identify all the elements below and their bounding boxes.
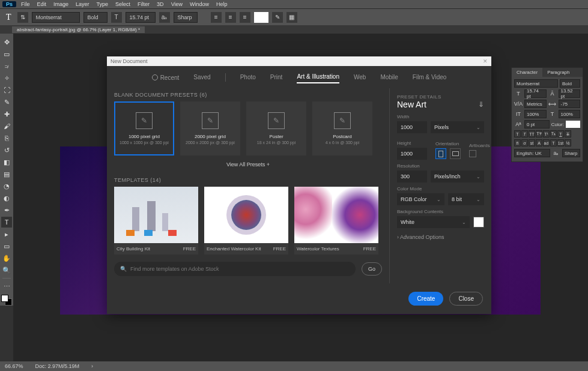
document-tab[interactable]: abstract-fantasy-portrait.jpg @ 66.7% (L… (12, 26, 145, 33)
menu-file[interactable]: File (17, 1, 34, 7)
char-font-style[interactable]: Bold (560, 79, 580, 88)
menu-window[interactable]: Window (186, 1, 213, 7)
create-button[interactable]: Create (408, 292, 443, 306)
brush-tool-icon[interactable]: 🖌 (1, 121, 12, 131)
adobe-stock-search[interactable]: 🔍 Find more templates on Adobe Stock (114, 262, 356, 276)
close-button[interactable]: Close (449, 292, 483, 306)
crop-tool-icon[interactable]: ⛶ (1, 85, 12, 95)
paragraph-tab[interactable]: Paragraph (542, 68, 574, 77)
superscript-button[interactable]: T¹ (543, 130, 550, 137)
swash-button[interactable]: T (550, 139, 557, 146)
orientation-portrait-button[interactable] (435, 148, 446, 159)
template-watercolor-textures[interactable]: Watercolor TexturesFREE (294, 187, 378, 255)
char-font-family[interactable]: Montserrat (514, 79, 558, 88)
clone-tool-icon[interactable]: ⎘ (1, 133, 12, 143)
menu-edit[interactable]: Edit (34, 1, 50, 7)
menu-3d[interactable]: 3D (153, 1, 168, 7)
artboards-checkbox[interactable] (469, 150, 476, 157)
halfwidth-button[interactable]: ½ (565, 139, 571, 146)
fractions-button[interactable]: 1st (557, 139, 564, 146)
titling-button[interactable]: A (536, 139, 542, 146)
font-style-dropdown[interactable]: Bold (83, 12, 108, 23)
char-color-swatch[interactable] (566, 121, 580, 128)
ordinals-button[interactable]: σ (521, 139, 528, 146)
path-select-tool-icon[interactable]: ▸ (1, 229, 12, 240)
menu-image[interactable]: Image (50, 1, 72, 7)
save-preset-icon[interactable]: ⇓ (478, 100, 484, 109)
eyedropper-tool-icon[interactable]: ✎ (1, 97, 12, 107)
menu-view[interactable]: View (168, 1, 186, 7)
doc-size[interactable]: Doc: 2.97M/5.19M (35, 363, 80, 369)
char-hscale[interactable]: 100% (559, 110, 581, 118)
bit-depth-dropdown[interactable]: 8 bit⌄ (448, 193, 484, 205)
width-field[interactable] (397, 121, 427, 133)
tab-film-video[interactable]: Film & Video (413, 71, 447, 83)
edit-toolbar-icon[interactable]: ⋯ (1, 281, 12, 292)
zoom-tool-icon[interactable]: 🔍 (1, 265, 12, 276)
char-size[interactable]: 15.74 pt (524, 89, 547, 98)
gradient-tool-icon[interactable]: ▤ (1, 169, 12, 179)
char-kerning[interactable]: Metrics (524, 100, 547, 108)
close-icon[interactable]: ✕ (483, 58, 488, 64)
magic-wand-tool-icon[interactable]: ✧ (1, 73, 12, 83)
menu-help[interactable]: Help (213, 1, 231, 7)
shape-tool-icon[interactable]: ▭ (1, 241, 12, 252)
menu-filter[interactable]: Filter (134, 1, 153, 7)
blur-tool-icon[interactable]: ◔ (1, 181, 12, 192)
preset-1000-grid[interactable]: 1000 pixel grid 1000 x 1000 px @ 300 ppi (114, 101, 174, 155)
marquee-tool-icon[interactable]: ▭ (1, 49, 12, 59)
char-baseline[interactable]: 0 pt (524, 120, 550, 128)
color-swatches[interactable] (1, 295, 12, 306)
char-aa[interactable]: Sharp (562, 149, 580, 157)
align-left-icon[interactable]: ≡ (211, 12, 222, 23)
preset-name[interactable]: New Art (397, 100, 426, 109)
font-size-field[interactable]: 15.74 pt (126, 12, 156, 23)
resolution-field[interactable] (397, 170, 427, 182)
strikethrough-button[interactable]: T (565, 130, 571, 137)
faux-italic-button[interactable]: T (521, 130, 528, 137)
smallcaps-button[interactable]: Tᴛ (536, 130, 542, 137)
antialiasing-dropdown[interactable]: Sharp (174, 12, 198, 23)
view-all-presets[interactable]: View All Presets + (114, 155, 382, 173)
underline-button[interactable]: T (557, 130, 564, 137)
preset-postcard[interactable]: Postcard 4 x 6 in @ 300 ppi (312, 101, 372, 155)
menu-layer[interactable]: Layer (72, 1, 93, 7)
tab-web[interactable]: Web (354, 71, 366, 83)
char-language[interactable]: English: UK (514, 149, 550, 157)
tab-print[interactable]: Print (270, 71, 283, 83)
text-orientation-icon[interactable]: ⇅ (17, 12, 28, 23)
warp-text-icon[interactable]: ✎ (272, 12, 283, 23)
text-color-swatch[interactable] (254, 12, 268, 23)
preset-poster[interactable]: Poster 18 x 24 in @ 300 ppi (246, 101, 306, 155)
allcaps-button[interactable]: TT (529, 130, 535, 137)
align-right-icon[interactable]: ≡ (240, 12, 250, 23)
bg-contents-dropdown[interactable]: White⌄ (397, 216, 470, 228)
char-tracking[interactable]: -75 (559, 100, 581, 108)
faux-bold-button[interactable]: T (514, 130, 521, 137)
panels-icon[interactable]: ▦ (286, 12, 297, 23)
move-tool-icon[interactable]: ✥ (1, 37, 12, 47)
menu-select[interactable]: Select (112, 1, 134, 7)
pen-tool-icon[interactable]: ✒ (1, 205, 12, 216)
tab-photo[interactable]: Photo (240, 71, 256, 83)
zoom-level[interactable]: 66.67% (5, 363, 23, 369)
tab-mobile[interactable]: Mobile (380, 71, 398, 83)
tab-art-illustration[interactable]: Art & Illustration (297, 71, 339, 83)
preset-2000-grid[interactable]: 2000 pixel grid 2000 x 2000 px @ 300 ppi (180, 101, 240, 155)
ornaments-button[interactable]: ad (543, 139, 550, 146)
character-tab[interactable]: Character (512, 68, 542, 77)
eraser-tool-icon[interactable]: ◧ (1, 157, 12, 167)
foreground-color-swatch[interactable] (1, 295, 8, 302)
color-mode-dropdown[interactable]: RGB Color⌄ (397, 193, 444, 205)
ligatures-button[interactable]: fi (514, 139, 521, 146)
history-brush-tool-icon[interactable]: ↺ (1, 145, 12, 155)
template-watercolor-kit[interactable]: Enchanted Watercolor KitFREE (204, 187, 288, 255)
hand-tool-icon[interactable]: ✋ (1, 253, 12, 264)
orientation-landscape-button[interactable] (450, 148, 461, 159)
menu-type[interactable]: Type (93, 1, 112, 7)
dodge-tool-icon[interactable]: ◐ (1, 193, 12, 204)
status-chevron-icon[interactable]: › (91, 363, 93, 369)
tab-recent[interactable]: Recent (152, 71, 180, 83)
units-dropdown[interactable]: Pixels⌄ (431, 121, 484, 133)
advanced-options-toggle[interactable]: › Advanced Options (397, 234, 484, 240)
